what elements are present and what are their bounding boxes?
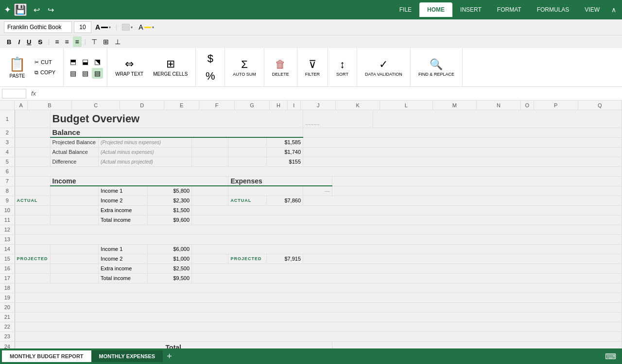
tab-file[interactable]: FILE (392, 2, 419, 17)
cell-d9-income2-val[interactable]: $2,300 (148, 196, 192, 205)
cell-f9-actual-label[interactable]: ACTUAL (228, 196, 266, 205)
bottom-left-align-button[interactable]: ▤ (68, 68, 79, 79)
cut-button[interactable]: ✂ CUT (32, 58, 58, 66)
align-middle-button[interactable]: ⊞ (101, 36, 111, 47)
filter-button[interactable]: ⊽ FILTER (301, 56, 324, 79)
grid-area[interactable]: 1 Budget Overview ~~~~~ 2 Balance 3 (0, 110, 622, 348)
strikethrough-button[interactable]: S (35, 37, 45, 47)
font-size-input[interactable] (74, 21, 91, 33)
cell-c11-total-label[interactable]: Total income (99, 215, 148, 225)
tab-format[interactable]: FORMAT (489, 2, 529, 17)
cell-a4[interactable] (15, 147, 50, 157)
col-header-g[interactable]: G (235, 100, 270, 110)
cell-d11-total-val[interactable]: $9,600 (148, 215, 192, 225)
cell-f7-expenses[interactable]: Expenses (228, 176, 332, 186)
col-header-j[interactable]: J (301, 100, 336, 110)
cell-b5-diff-label[interactable]: Difference (50, 157, 99, 166)
cell-g4-actual-val[interactable]: $1,740 (266, 147, 303, 157)
sort-button[interactable]: ↕ SORT (332, 56, 352, 79)
cell-d15-income2-val[interactable]: $1,000 (148, 254, 192, 264)
auto-sum-button[interactable]: Σ AUTO SUM (229, 56, 259, 79)
sheet-tab-expenses[interactable]: MONTHLY EXPENSES (91, 350, 163, 362)
col-header-d[interactable]: D (120, 100, 164, 110)
col-header-f[interactable]: F (199, 100, 234, 110)
font-color-dropdown-icon[interactable]: ▾ (109, 25, 111, 30)
col-header-a[interactable]: A (15, 100, 28, 110)
col-header-b[interactable]: B (28, 100, 72, 110)
currency-button[interactable]: $ (204, 50, 217, 67)
cell-b7-income[interactable]: Income (50, 176, 228, 186)
tab-insert[interactable]: INSERT (452, 2, 489, 17)
top-right-align-button[interactable]: ⬔ (92, 56, 103, 67)
cell-a5[interactable] (15, 157, 50, 166)
font-name-input[interactable] (4, 21, 72, 33)
align-left-button[interactable]: ≡ (52, 36, 61, 47)
cell-c15-income2-label[interactable]: Income 2 (99, 254, 148, 264)
align-bottom-button[interactable]: ⊥ (112, 36, 123, 47)
cell-c17-total-label[interactable]: Total income (99, 273, 148, 283)
cell-a1[interactable] (15, 110, 50, 128)
align-right-button[interactable]: ≡ (73, 36, 82, 47)
cell-b3-proj-label[interactable]: Projected Balance (50, 137, 99, 147)
save-button[interactable]: 💾 (14, 3, 27, 16)
collapse-ribbon-button[interactable]: ∧ (611, 6, 616, 14)
cell-g5-diff-val[interactable]: $155 (266, 157, 303, 166)
col-header-c[interactable]: C (72, 100, 121, 110)
data-validation-button[interactable]: ✓ DATA VALIDATION (361, 56, 406, 79)
shading-dropdown-icon[interactable]: ▾ (131, 25, 133, 30)
italic-button[interactable]: I (15, 37, 23, 47)
merge-cells-button[interactable]: ⊞ MERGE CELLS (149, 56, 191, 79)
cell-d14-income1-val[interactable]: $6,000 (148, 244, 192, 254)
wrap-text-button[interactable]: ⇔ WRAP TEXT (111, 56, 147, 79)
tab-formulas[interactable]: FORMULAS (529, 2, 577, 17)
cell-b4-actual-label[interactable]: Actual Balance (50, 147, 99, 157)
top-left-align-button[interactable]: ⬒ (68, 56, 79, 67)
cell-a2[interactable] (15, 128, 50, 137)
col-header-p[interactable]: P (534, 100, 578, 110)
bold-button[interactable]: B (4, 37, 14, 47)
copy-button[interactable]: ⧉ COPY (32, 68, 58, 77)
find-replace-button[interactable]: 🔍 FIND & REPLACE (415, 56, 458, 79)
bottom-center-align-button[interactable]: ▤ (80, 68, 91, 79)
cell-f15-proj-label[interactable]: PROJECTED (228, 254, 266, 264)
col-header-m[interactable]: M (433, 100, 477, 110)
cell-c10-extra-label[interactable]: Extra income (99, 205, 148, 215)
col-header-o[interactable]: O (521, 100, 534, 110)
highlight-color-button[interactable]: A ▾ (137, 22, 156, 32)
cell-c8-income1-label[interactable]: Income 1 (99, 186, 148, 196)
sheet-tab-budget[interactable]: MONTHLY BUDGET REPORT (2, 350, 91, 362)
top-center-align-button[interactable]: ⬓ (80, 56, 91, 67)
cell-d8-income1-val[interactable]: $5,800 (148, 186, 192, 196)
tab-home[interactable]: HOME (419, 2, 452, 17)
col-header-l[interactable]: L (380, 100, 433, 110)
cell-g9-actual-val[interactable]: $7,860 (266, 196, 303, 205)
col-header-k[interactable]: K (336, 100, 380, 110)
cell-d10-extra-val[interactable]: $1,500 (148, 205, 192, 215)
cell-g3-proj-val[interactable]: $1,585 (266, 137, 303, 147)
highlight-dropdown-icon[interactable]: ▾ (152, 25, 154, 30)
col-header-i[interactable]: I (288, 100, 301, 110)
cell-b1-title[interactable]: Budget Overview (50, 110, 303, 128)
undo-button[interactable]: ↩ (31, 4, 43, 16)
cell-g15-proj-val[interactable]: $7,915 (266, 254, 303, 264)
col-header-q[interactable]: Q (578, 100, 622, 110)
font-color-button[interactable]: A ▾ (93, 22, 113, 32)
bottom-right-align-button[interactable]: ▤ (92, 68, 103, 79)
align-top-button[interactable]: ⊤ (89, 36, 100, 47)
col-header-h[interactable]: H (270, 100, 287, 110)
cell-c16-extra-label[interactable]: Extra income (99, 264, 148, 273)
add-sheet-button[interactable]: + (163, 351, 176, 362)
col-header-e[interactable]: E (164, 100, 199, 110)
underline-button[interactable]: U (24, 37, 34, 47)
cell-reference-input[interactable] (2, 89, 26, 99)
percent-button[interactable]: % (202, 68, 219, 84)
cell-shading-button[interactable]: ▾ (120, 23, 135, 32)
cell-b2-balance[interactable]: Balance (50, 128, 303, 137)
cell-d16-extra-val[interactable]: $2,500 (148, 264, 192, 273)
cell-d17-total-val[interactable]: $9,500 (148, 273, 192, 283)
formula-input[interactable] (41, 90, 620, 97)
tab-view[interactable]: VIEW (577, 2, 607, 17)
cell-a9-actual[interactable]: ACTUAL (15, 196, 50, 205)
paste-button[interactable]: 📋 PASTE (5, 54, 30, 81)
cell-c9-income2-label[interactable]: Income 2 (99, 196, 148, 205)
